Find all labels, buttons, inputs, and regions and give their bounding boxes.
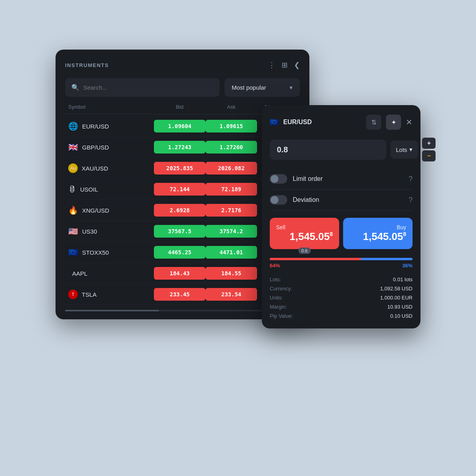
bid-button[interactable]: 233.45 <box>154 288 205 301</box>
dropdown-label: Most popular <box>232 84 266 91</box>
currency-detail-value: 1,092.58 USD <box>380 286 413 292</box>
header-icons: ⋮ ⊞ ❮ <box>268 61 300 69</box>
trade-details: Lots: 0.01 lots Currency: 1,092.58 USD U… <box>270 275 413 321</box>
ask-button[interactable]: 1.09615 <box>205 120 257 132</box>
bid-button[interactable]: 1.27243 <box>154 141 205 154</box>
buy-price-main: 1,545. <box>363 230 392 242</box>
buy-price-decimal: 05 <box>392 230 403 242</box>
limit-order-row: Limit order ? <box>270 169 413 190</box>
buy-button[interactable]: Buy 1,545.058 <box>343 218 413 249</box>
dropdown-arrow-icon: ▾ <box>290 84 293 91</box>
deviation-help-icon[interactable]: ? <box>409 196 413 204</box>
instrument-name: AAPL <box>68 270 154 277</box>
sentiment-labels: 64% 36% <box>270 263 413 269</box>
panel-title: INSTRUMENTS <box>65 62 109 68</box>
symbol-label: EUR/USD <box>82 123 109 130</box>
bid-button[interactable]: 72.144 <box>154 183 205 196</box>
buy-label: Buy <box>349 224 406 230</box>
search-box[interactable]: 🔍 <box>65 78 220 97</box>
detail-lots: Lots: 0.01 lots <box>270 275 413 284</box>
lots-select[interactable]: Lots ▾ <box>390 140 418 159</box>
limit-order-help-icon[interactable]: ? <box>409 175 413 183</box>
trading-symbol: EUR/USD <box>283 119 361 126</box>
sentiment-red-pct: 64% <box>270 263 280 269</box>
sell-price-sup: 8 <box>330 231 333 237</box>
bid-button[interactable]: 2.6928 <box>154 204 205 217</box>
bid-button[interactable]: 184.43 <box>154 267 205 280</box>
sentiment-red-bar <box>270 258 361 260</box>
ask-button[interactable]: 2026.082 <box>205 162 257 175</box>
buy-price-sup: 8 <box>403 231 406 237</box>
sell-button[interactable]: Sell 1,545.058 0.6 <box>270 218 339 249</box>
pip-detail-value: 0.10 USD <box>390 313 413 319</box>
instrument-name: 🛢 USOIL <box>68 185 154 194</box>
lots-detail-value: 0.01 lots <box>393 276 413 282</box>
ask-button[interactable]: 72.189 <box>205 183 257 196</box>
bid-button[interactable]: 2025.835 <box>154 162 205 175</box>
ask-button[interactable]: 233.54 <box>205 288 257 301</box>
detail-units: Units: 1,000.00 EUR <box>270 293 413 302</box>
symbol-label: XAU/USD <box>82 165 108 172</box>
ask-button[interactable]: 4471.01 <box>205 246 257 259</box>
lots-arrow-icon: ▾ <box>409 146 413 153</box>
lots-label: Lots <box>396 146 407 153</box>
pip-detail-label: Pip Value: <box>270 313 293 319</box>
symbol-label: XNG/USD <box>82 207 109 214</box>
decrement-button[interactable]: − <box>422 150 436 161</box>
bid-button[interactable]: 1.09604 <box>154 120 205 132</box>
deviation-row: Deviation ? <box>270 190 413 211</box>
sparkle-tool-button[interactable]: ✦ <box>386 115 401 130</box>
col-ask: Ask <box>205 104 257 110</box>
limit-order-label: Limit order <box>293 175 403 182</box>
col-symbol: Symbol <box>68 104 154 110</box>
sell-price-main: 1,545. <box>290 230 318 242</box>
symbol-label: GBP/USD <box>82 144 109 151</box>
quantity-stepper: + − <box>422 138 436 161</box>
margin-detail-label: Margin: <box>270 304 287 310</box>
detail-margin: Margin: 10.93 USD <box>270 302 413 311</box>
limit-order-toggle-knob <box>271 175 278 183</box>
col-bid: Bid <box>154 104 205 110</box>
symbol-label: US30 <box>82 228 97 235</box>
ask-button[interactable]: 2.7176 <box>205 204 257 217</box>
units-detail-value: 1,000.00 EUR <box>380 295 413 301</box>
sell-price: 1,545.058 <box>276 230 333 243</box>
deviation-toggle[interactable] <box>270 195 287 205</box>
instrument-name: 🌐 EUR/USD <box>68 121 154 131</box>
symbol-label: TSLA <box>82 291 97 298</box>
sell-label: Sell <box>276 224 333 230</box>
increment-button[interactable]: + <box>422 138 436 149</box>
symbol-label: USOIL <box>80 186 98 193</box>
lots-detail-label: Lots: <box>270 276 281 282</box>
ask-button[interactable]: 37574.2 <box>205 225 257 238</box>
instrument-name: 🔥 XNG/USD <box>68 205 154 215</box>
grid-icon[interactable]: ⊞ <box>282 61 288 69</box>
filter-tool-button[interactable]: ⇅ <box>366 115 381 130</box>
ask-button[interactable]: 184.55 <box>205 267 257 280</box>
detail-currency: Currency: 1,092.58 USD <box>270 284 413 293</box>
ask-button[interactable]: 1.27260 <box>205 141 257 154</box>
bid-button[interactable]: 37567.5 <box>154 225 205 238</box>
quantity-input[interactable] <box>270 140 386 160</box>
close-button[interactable]: ✕ <box>406 117 413 127</box>
trading-header: 🇪🇺 EUR/USD ⇅ ✦ ✕ <box>270 115 413 130</box>
search-row: 🔍 Most popular ▾ <box>65 78 300 97</box>
search-input[interactable] <box>83 84 213 91</box>
instrument-name: 🇺🇸 US30 <box>68 226 154 236</box>
deviation-toggle-knob <box>271 196 278 204</box>
scrollbar-thumb <box>65 310 159 311</box>
collapse-icon[interactable]: ❮ <box>294 61 300 69</box>
more-options-icon[interactable]: ⋮ <box>268 61 275 69</box>
margin-detail-value: 10.93 USD <box>387 304 413 310</box>
quantity-row: Lots ▾ + − <box>270 138 413 161</box>
detail-pip: Pip Value: 0.10 USD <box>270 311 413 321</box>
instrument-name: Au XAU/USD <box>68 163 154 173</box>
limit-order-toggle[interactable] <box>270 174 287 184</box>
bid-button[interactable]: 4465.25 <box>154 246 205 259</box>
price-badge: 0.6 <box>298 248 311 254</box>
filter-dropdown[interactable]: Most popular ▾ <box>225 78 300 97</box>
buy-sell-row: Sell 1,545.058 0.6 Buy 1,545.058 <box>270 218 413 249</box>
panel-header: INSTRUMENTS ⋮ ⊞ ❮ <box>65 61 300 69</box>
symbol-label: AAPL <box>72 270 87 277</box>
deviation-label: Deviation <box>293 196 403 203</box>
